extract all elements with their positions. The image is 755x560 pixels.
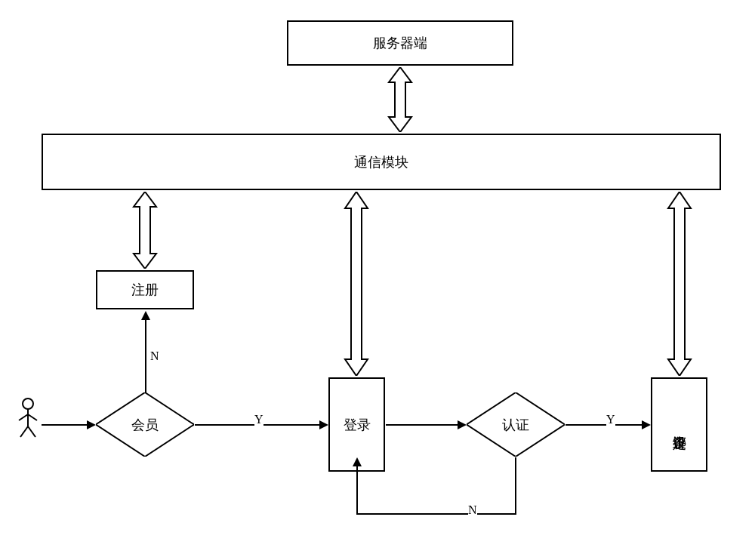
svg-line-5 xyxy=(28,414,37,420)
comm-module-box: 通信模块 xyxy=(42,134,721,190)
member-diamond-label: 会员 xyxy=(131,416,159,434)
svg-marker-15 xyxy=(141,311,150,320)
server-label: 服务器端 xyxy=(373,34,427,52)
login-label: 登录 xyxy=(344,416,371,434)
arrow-server-comm xyxy=(385,67,415,135)
label-n-auth: N xyxy=(468,503,477,517)
arrow-comm-register xyxy=(130,192,160,272)
arrow-comm-login xyxy=(341,192,371,379)
svg-marker-17 xyxy=(319,420,328,429)
svg-point-2 xyxy=(23,398,33,409)
user-icon xyxy=(17,398,39,441)
svg-marker-21 xyxy=(642,420,651,429)
svg-line-7 xyxy=(28,426,35,437)
device-bind-box: 设备绑定 xyxy=(651,377,707,472)
svg-line-4 xyxy=(19,414,28,420)
svg-marker-19 xyxy=(458,420,467,429)
register-box: 注册 xyxy=(96,270,194,309)
svg-marker-11 xyxy=(668,192,691,376)
arrow-comm-bind xyxy=(664,192,695,379)
label-y-member: Y xyxy=(254,413,263,426)
arrow-user-member xyxy=(42,420,96,433)
comm-module-label: 通信模块 xyxy=(354,153,408,171)
svg-marker-8 xyxy=(389,67,411,132)
auth-diamond: 认证 xyxy=(467,392,565,457)
svg-marker-9 xyxy=(134,192,156,269)
auth-diamond-label: 认证 xyxy=(502,416,529,434)
svg-marker-22 xyxy=(353,457,362,466)
arrow-login-auth xyxy=(386,420,467,433)
label-y-auth: Y xyxy=(606,413,615,426)
svg-line-6 xyxy=(20,426,28,437)
server-box: 服务器端 xyxy=(287,20,513,66)
arrow-auth-login-back xyxy=(352,457,521,525)
arrow-member-register xyxy=(140,311,151,395)
register-label: 注册 xyxy=(131,281,159,299)
label-n-member: N xyxy=(150,349,159,363)
svg-marker-10 xyxy=(345,192,368,376)
member-diamond: 会员 xyxy=(96,392,194,457)
svg-marker-13 xyxy=(87,420,96,429)
